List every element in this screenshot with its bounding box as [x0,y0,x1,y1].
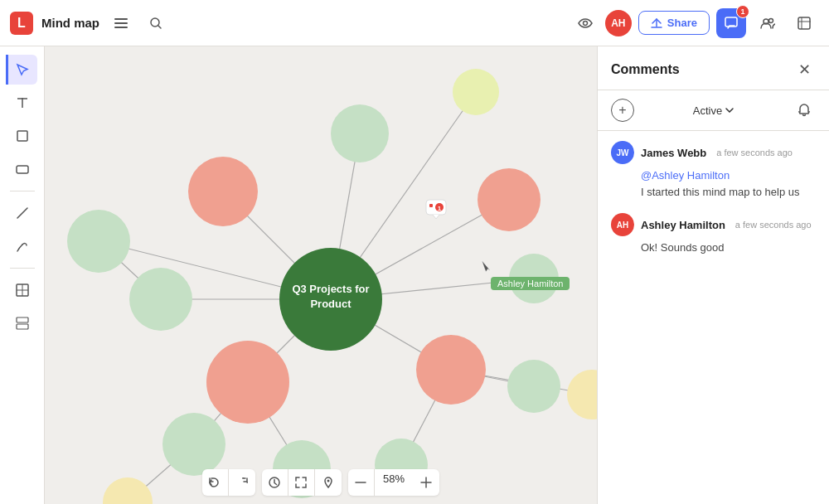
node-n15[interactable] [67,210,130,273]
comment-bubble-icon: 1 [426,200,446,219]
select-tool[interactable] [6,55,37,85]
close-comments-button[interactable]: ✕ [793,58,816,81]
comment-badge: 1 [736,5,749,18]
canvas[interactable]: Q3 Projects for Product 1 Ashley Hamilto… [45,46,597,504]
comments-header: Comments ✕ [598,46,829,90]
avatar-jw: JW [611,141,634,164]
location-icon [323,477,333,488]
chevron-down-icon [725,108,734,113]
node-n1[interactable] [188,157,258,226]
svg-rect-14 [17,166,28,173]
comment-name-ah: Ashley Hamilton [641,219,725,231]
node-n7[interactable] [507,360,560,413]
comment-body-jw: @Ashley Hamilton I started this mind map… [611,167,816,200]
svg-rect-20 [17,324,28,329]
svg-rect-1 [114,22,128,24]
mindmap-tool[interactable] [7,308,37,338]
filter-label: Active [693,104,722,117]
comment-body-ah: Ok! Sounds good [611,240,816,256]
fullscreen-button[interactable] [288,469,315,496]
avatar-ah2: AH [611,213,634,236]
history-button[interactable] [262,469,288,496]
app-logo: L [10,12,33,35]
svg-line-15 [17,208,27,218]
sidebar-divider-2 [10,268,35,269]
undo-icon [209,477,221,487]
comment-author-row-jw: JW James Webb a few seconds ago [611,141,816,164]
node-n5[interactable] [509,254,559,303]
svg-text:Q3 Projects for: Q3 Projects for [292,283,369,295]
filter-dropdown[interactable]: Active [693,104,734,117]
shape-tool[interactable] [7,154,37,184]
history-icon [269,477,280,488]
text-tool[interactable] [7,88,37,118]
svg-rect-13 [17,131,27,141]
svg-rect-8 [798,17,810,29]
svg-rect-40 [429,204,433,207]
node-n6[interactable] [416,335,486,405]
svg-rect-2 [114,27,128,28]
pen-tool[interactable] [7,231,37,261]
node-n9[interactable] [206,341,289,424]
undo-redo-group [202,469,255,496]
svg-text:Product: Product [310,298,351,310]
svg-point-44 [327,480,329,482]
comment-mention-jw: @Ashley Hamilton [641,169,730,182]
comment-time-ah: a few seconds ago [735,220,812,230]
comment-item-ah: AH Ashley Hamilton a few seconds ago Ok!… [611,213,816,256]
plus-icon [420,477,432,488]
view-button[interactable] [572,10,599,36]
zoom-level[interactable]: 58% [375,469,413,496]
zoom-group: 58% [348,469,439,496]
node-n10[interactable] [129,268,192,331]
node-n3[interactable] [453,69,499,115]
comments-title: Comments [611,62,680,77]
fullscreen-icon [295,477,307,488]
svg-text:1: 1 [438,205,442,212]
comment-item-jw: JW James Webb a few seconds ago @Ashley … [611,141,816,200]
line-tool[interactable] [7,198,37,228]
node-n4[interactable] [478,168,541,231]
undo-button[interactable] [202,469,229,496]
comment-name-jw: James Webb [641,147,706,159]
comment-time-jw: a few seconds ago [716,148,793,158]
toolbar-right: AH Share 1 [572,8,819,38]
collaborators-button[interactable] [753,8,783,38]
frame-tool[interactable] [7,121,37,151]
mind-map-svg: Q3 Projects for Product 1 [45,46,597,504]
svg-point-4 [583,21,587,25]
ashley-cursor [482,260,491,272]
app-title: Mind map [41,16,99,30]
location-button[interactable] [315,469,342,496]
bell-icon [797,104,811,117]
comment-text-ah: Ok! Sounds good [641,241,724,254]
svg-point-7 [769,18,773,22]
comments-button[interactable]: 1 [716,8,746,38]
left-sidebar [0,46,45,504]
redo-button[interactable] [229,469,255,496]
search-button[interactable] [143,10,169,36]
minus-icon [355,482,366,483]
comments-panel: Comments ✕ + Active JW James Webb a few … [597,46,829,504]
menu-button[interactable] [108,10,134,36]
zoom-in-button[interactable] [413,469,439,496]
pages-button[interactable] [789,8,819,38]
comments-list: JW James Webb a few seconds ago @Ashley … [598,131,829,504]
svg-rect-19 [17,317,28,322]
comments-filter-bar: + Active [598,90,829,131]
zoom-out-button[interactable] [348,469,375,496]
history-fullscreen-group [262,469,342,496]
add-comment-button[interactable]: + [611,99,634,122]
top-toolbar: L Mind map AH [0,0,829,46]
toolbar-left: L Mind map [10,10,169,36]
share-button[interactable]: Share [638,11,710,35]
redo-icon [236,477,248,487]
svg-rect-0 [114,18,128,20]
user-avatar-ah: AH [605,10,632,36]
table-tool[interactable] [7,275,37,305]
notifications-bell-button[interactable] [793,99,816,122]
node-n8[interactable] [567,370,597,419]
bottom-toolbar: 58% [45,461,597,504]
comment-author-row-ah: AH Ashley Hamilton a few seconds ago [611,213,816,236]
node-n2[interactable] [331,104,389,162]
